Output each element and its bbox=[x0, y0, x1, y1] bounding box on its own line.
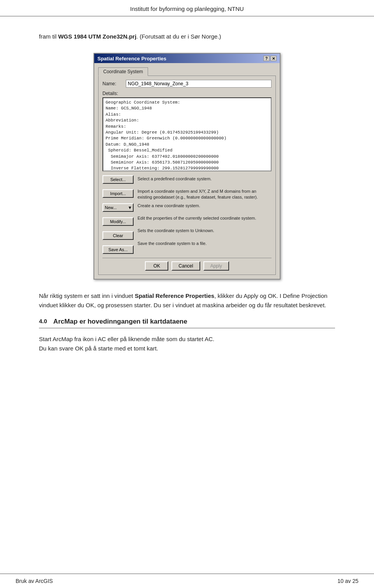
details-label: Details: bbox=[102, 91, 272, 96]
main-content: fram til WGS 1984 UTM Zone32N.prj. (Foru… bbox=[0, 16, 374, 377]
detail-line-6: Angular Unit: Degree (0.0174532925199433… bbox=[106, 130, 268, 136]
clear-button[interactable]: Clear bbox=[102, 231, 134, 240]
modify-button[interactable]: Modify... bbox=[102, 217, 134, 226]
name-field-row: Name: bbox=[102, 80, 272, 88]
detail-line-11: Semiminor Axis: 6356173.5087126959000000… bbox=[106, 160, 268, 165]
name-label: Name: bbox=[102, 81, 126, 86]
dialog-title: Spatial Reference Properties bbox=[97, 56, 166, 62]
spatial-reference-dialog: Spatial Reference Properties ? ✕ Coordin… bbox=[94, 53, 280, 280]
detail-line-9: Spheroid: Bessel_Modified bbox=[106, 148, 268, 153]
footer-left: Bruk av ArcGIS bbox=[16, 578, 53, 584]
section-body1: Start ArcMap fra ikon i AC eller på likn… bbox=[39, 334, 335, 344]
post-dialog-text: Når riktig system er satt inn i vinduet … bbox=[39, 291, 335, 310]
ok-button[interactable]: OK bbox=[145, 261, 168, 271]
section-number: 4.0 bbox=[39, 318, 47, 326]
details-area: Geographic Coordinate System: Name: GCS_… bbox=[102, 97, 272, 171]
close-button[interactable]: ✕ bbox=[270, 56, 277, 61]
import-desc: Import a coordinate system and X/Y, Z an… bbox=[138, 188, 272, 201]
dialog-titlebar: Spatial Reference Properties ? ✕ bbox=[94, 54, 280, 63]
detail-line-2: Name: GCS_NGO_1948 bbox=[106, 106, 268, 111]
detail-line-4: Abbreviation: bbox=[106, 118, 268, 123]
detail-line-3: Alias: bbox=[106, 112, 268, 118]
dialog-tabs: Coordinate System bbox=[98, 67, 276, 76]
section-title: ArcMap er hovedinngangen til kartdataene bbox=[53, 318, 187, 326]
details-text: Geographic Coordinate System: Name: GCS_… bbox=[103, 98, 271, 171]
section-body: Start ArcMap fra ikon i AC eller på likn… bbox=[39, 334, 335, 353]
select-desc: Select a predefined coordinate system. bbox=[138, 175, 272, 182]
detail-line-7: Prime Meridian: Greenwich (0.00000000000… bbox=[106, 136, 268, 141]
dialog-container: Spatial Reference Properties ? ✕ Coordin… bbox=[39, 53, 335, 280]
post-text1: Når riktig system er satt inn i vinduet bbox=[39, 292, 135, 299]
new-button[interactable]: New...▼ bbox=[102, 203, 134, 212]
buttons-section: Select... Import... New...▼ Modify... Cl… bbox=[102, 175, 272, 254]
footer-right: 10 av 25 bbox=[337, 578, 358, 584]
detail-line-8: Datum: D_NGO_1948 bbox=[106, 142, 268, 148]
cancel-button[interactable]: Cancel bbox=[171, 261, 200, 271]
buttons-column: Select... Import... New...▼ Modify... Cl… bbox=[102, 175, 134, 254]
help-button[interactable]: ? bbox=[263, 56, 270, 61]
import-button[interactable]: Import... bbox=[102, 189, 134, 198]
coordinate-system-tab[interactable]: Coordinate System bbox=[98, 67, 148, 76]
modify-desc: Edit the properties of the currently sel… bbox=[138, 215, 272, 222]
intro-text1: fram til bbox=[39, 33, 58, 40]
section-body2: Du kan svare OK på å starte med et tomt … bbox=[39, 344, 335, 353]
detail-line-10: Semimajor Axis: 6377492.0180000002000000… bbox=[106, 154, 268, 160]
name-input[interactable] bbox=[126, 80, 272, 88]
select-button[interactable]: Select... bbox=[102, 175, 134, 184]
intro-text2: . (Forutsatt at du er i Sør Norge.) bbox=[136, 33, 221, 40]
action-buttons-row: OK Cancel Apply bbox=[102, 258, 272, 271]
descriptions-column: Select a predefined coordinate system. I… bbox=[138, 175, 272, 254]
tab-content: Name: Details: Geographic Coordinate Sys… bbox=[98, 76, 276, 275]
titlebar-buttons: ? ✕ bbox=[263, 56, 277, 61]
detail-line-5: Remarks: bbox=[106, 124, 268, 130]
save-as-desc: Save the coordinate system to a file. bbox=[138, 240, 272, 247]
page-header: Institutt for byforming og planlegging, … bbox=[0, 0, 374, 16]
detail-line-1: Geographic Coordinate System: bbox=[106, 100, 268, 106]
page-footer: Bruk av ArcGIS 10 av 25 bbox=[0, 574, 374, 588]
detail-line-12: Inverse Flattening: 299.1528127999999900… bbox=[106, 165, 268, 171]
save-as-button[interactable]: Save As... bbox=[102, 245, 134, 254]
post-text-bold: Spatial Reference Properties bbox=[135, 292, 214, 299]
apply-button[interactable]: Apply bbox=[203, 261, 229, 271]
intro-paragraph: fram til WGS 1984 UTM Zone32N.prj. (Foru… bbox=[39, 32, 335, 41]
intro-bold: WGS 1984 UTM Zone32N.prj bbox=[58, 33, 136, 40]
header-title: Institutt for byforming og planlegging, … bbox=[130, 5, 244, 12]
new-desc: Create a new coordinate system. bbox=[138, 202, 272, 209]
clear-desc: Sets the coordinate system to Unknown. bbox=[138, 227, 272, 234]
dialog-body: Coordinate System Name: Details: Geograp… bbox=[94, 63, 280, 279]
section-heading: 4.0 ArcMap er hovedinngangen til kartdat… bbox=[39, 318, 335, 328]
